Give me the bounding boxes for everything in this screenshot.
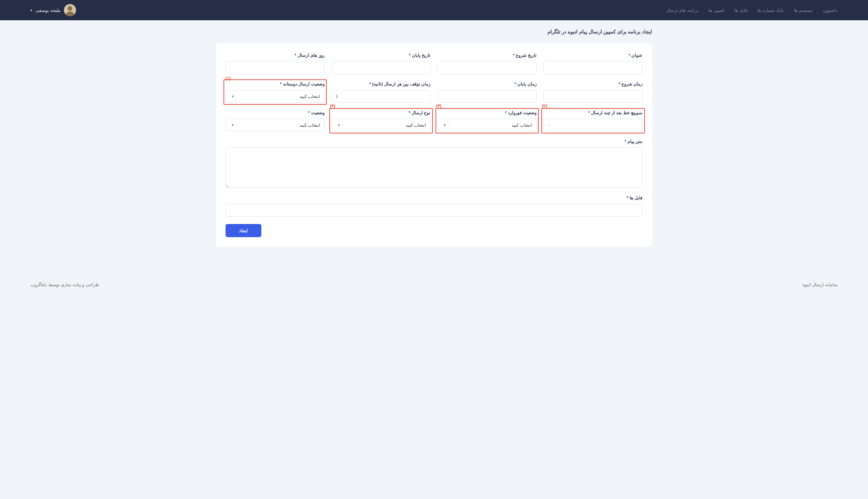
label-forward-status: وضعیت فوروارد * xyxy=(438,110,537,115)
user-name: ملیحه یوسفی xyxy=(36,8,60,13)
caret-icon: ▼ xyxy=(230,95,237,98)
nav-files[interactable]: فایل ها xyxy=(735,8,748,13)
nav-send-programs[interactable]: برنامه های ارسال xyxy=(666,8,698,13)
label-send-type: نوع ارسال * xyxy=(331,110,431,115)
label-start-time: زمان شروع * xyxy=(543,82,643,86)
label-start-date: تاریخ شروع * xyxy=(438,53,537,58)
input-start-date[interactable] xyxy=(438,61,537,74)
caret-icon: ▼ xyxy=(230,123,237,127)
input-start-time[interactable] xyxy=(543,90,643,103)
input-end-time[interactable] xyxy=(438,90,537,103)
nav-links: داشبورد سیستم ها بانک شماره ها فایل ها ک… xyxy=(666,8,837,13)
input-delay[interactable] xyxy=(331,90,431,103)
label-delay: زمان توقف بین هر ارسال (ثانیه) * xyxy=(331,82,431,86)
footer-credit: طراحی و پیاده سازی توسط دلتاگروپ xyxy=(31,282,99,287)
annotation-3: (۳) xyxy=(436,104,442,108)
input-switch-line[interactable] xyxy=(543,119,643,131)
label-end-date: تاریخ پایان * xyxy=(331,53,431,58)
label-message-text: متن پیام * xyxy=(226,139,643,144)
caret-icon: ▼ xyxy=(336,123,343,127)
select-status-value: انتخاب کنید xyxy=(235,123,320,128)
select-friendly-status[interactable]: انتخاب کنید ▼ xyxy=(226,90,325,103)
form-card: عنوان * تاریخ شروع * تاریخ پایان * روز ه… xyxy=(216,43,652,247)
input-files[interactable] xyxy=(226,204,643,217)
label-send-days: روز های ارسال * xyxy=(226,53,325,58)
label-title: عنوان * xyxy=(543,53,643,58)
select-status[interactable]: انتخاب کنید ▼ xyxy=(226,119,325,131)
create-button[interactable]: ایجاد xyxy=(226,224,261,237)
label-friendly-status: وضعیت ارسال دوستانه * xyxy=(226,82,325,86)
label-files: فایل ها * xyxy=(226,195,643,200)
input-send-days[interactable] xyxy=(226,61,325,74)
nav-campaigns[interactable]: کمپین ها xyxy=(709,8,724,13)
navbar: داشبورد سیستم ها بانک شماره ها فایل ها ک… xyxy=(0,0,868,20)
annotation-1: (۱) xyxy=(226,76,231,81)
input-title[interactable] xyxy=(543,61,643,74)
footer: سامانه ارسال انبوه طراحی و پیاده سازی تو… xyxy=(0,272,868,294)
annotation-2: (۲) xyxy=(542,104,547,108)
select-forward-status[interactable]: انتخاب کنید ▼ xyxy=(438,119,537,131)
avatar xyxy=(64,4,76,16)
select-send-type[interactable]: انتخاب کنید ▼ xyxy=(331,119,431,131)
chevron-down-icon: ▾ xyxy=(31,9,32,12)
caret-icon: ▼ xyxy=(442,123,449,127)
textarea-message[interactable] xyxy=(226,147,643,188)
nav-number-bank[interactable]: بانک شماره ها xyxy=(758,8,784,13)
select-send-type-value: انتخاب کنید xyxy=(342,123,426,128)
svg-point-1 xyxy=(66,12,74,16)
nav-dashboard[interactable]: داشبورد xyxy=(823,8,837,13)
user-menu[interactable]: ملیحه یوسفی ▾ xyxy=(31,4,76,16)
select-forward-status-value: انتخاب کنید xyxy=(447,123,532,128)
svg-point-0 xyxy=(68,6,72,11)
footer-brand: سامانه ارسال انبوه xyxy=(802,282,837,287)
input-end-date[interactable] xyxy=(331,61,431,74)
select-friendly-status-value: انتخاب کنید xyxy=(235,94,320,99)
label-status: وضعیت * xyxy=(226,110,325,115)
label-switch-line: سوییچ خط بعد از چند ارسال * xyxy=(543,110,643,115)
annotation-4: (۴) xyxy=(330,104,335,108)
page-title: ایجاد برنامه برای کمپین ارسال پیام انبوه… xyxy=(216,29,652,35)
label-end-time: زمان پایان * xyxy=(438,82,537,86)
nav-systems[interactable]: سیستم ها xyxy=(794,8,812,13)
